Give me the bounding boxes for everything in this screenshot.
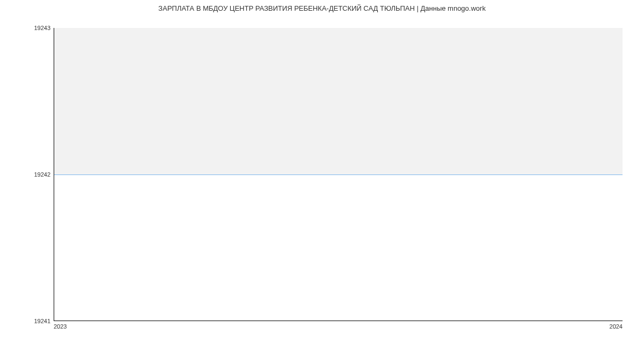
y-tick-label: 19241	[8, 318, 50, 324]
plot-area	[54, 28, 623, 321]
y-tick-label: 19243	[8, 25, 50, 31]
salary-chart: ЗАРПЛАТА В МБДОУ ЦЕНТР РАЗВИТИЯ РЕБЕНКА-…	[0, 0, 644, 349]
y-tick-label: 19242	[8, 171, 50, 178]
chart-title: ЗАРПЛАТА В МБДОУ ЦЕНТР РАЗВИТИЯ РЕБЕНКА-…	[0, 4, 644, 12]
series-line	[54, 174, 623, 175]
x-tick-label: 2024	[610, 323, 623, 330]
series-fill	[54, 28, 623, 174]
x-tick-label: 2023	[54, 323, 67, 330]
